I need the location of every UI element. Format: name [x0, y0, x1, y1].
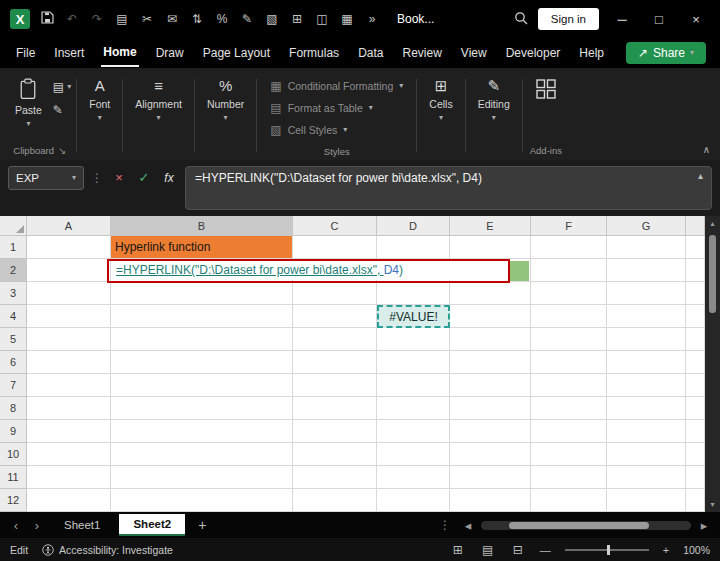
cell[interactable]: [27, 489, 111, 512]
cell[interactable]: [531, 236, 607, 259]
scroll-right-icon[interactable]: ▸: [696, 518, 712, 533]
cells-icon[interactable]: ▦: [339, 12, 355, 26]
minimize-button[interactable]: ─: [608, 12, 636, 27]
collapse-ribbon-button[interactable]: ∧: [703, 144, 710, 155]
cell[interactable]: [111, 443, 293, 466]
cell[interactable]: [607, 259, 686, 282]
cell[interactable]: [27, 351, 111, 374]
cell[interactable]: [293, 282, 377, 305]
cell[interactable]: [607, 443, 686, 466]
scroll-left-icon[interactable]: ◂: [460, 518, 476, 533]
cell[interactable]: [607, 420, 686, 443]
percent-icon[interactable]: %: [214, 12, 230, 26]
tab-view[interactable]: View: [459, 40, 489, 66]
tab-draw[interactable]: Draw: [154, 40, 186, 66]
tab-file[interactable]: File: [14, 40, 37, 66]
cell-b1[interactable]: Hyperlink function: [111, 236, 293, 259]
cell[interactable]: [111, 374, 293, 397]
cell[interactable]: [531, 282, 607, 305]
row-header-1[interactable]: 1: [0, 236, 27, 259]
next-sheet-icon[interactable]: ›: [29, 518, 45, 533]
cell[interactable]: [293, 374, 377, 397]
column-header-b[interactable]: B: [111, 216, 293, 236]
cell[interactable]: [450, 397, 531, 420]
conditional-formatting-button[interactable]: ▦ Conditional Formatting ▾: [264, 75, 409, 97]
add-sheet-button[interactable]: +: [190, 517, 214, 533]
horizontal-scrollbar-track[interactable]: [481, 521, 691, 530]
paste-button[interactable]: Paste ▾: [6, 71, 51, 132]
cell[interactable]: [531, 351, 607, 374]
cell[interactable]: [293, 466, 377, 489]
format-as-table-button[interactable]: ▤ Format as Table ▾: [264, 97, 409, 119]
cell[interactable]: [377, 397, 450, 420]
accessibility-checker[interactable]: Accessibility: Investigate: [42, 544, 173, 556]
redo-icon[interactable]: ↷: [89, 12, 105, 26]
confirm-entry-button[interactable]: ✓: [135, 166, 153, 190]
cell[interactable]: [27, 282, 111, 305]
insert-function-button[interactable]: fx: [160, 166, 178, 190]
qat-overflow-icon[interactable]: »: [364, 12, 380, 26]
cancel-entry-button[interactable]: ×: [110, 166, 128, 190]
cell[interactable]: [531, 489, 607, 512]
columns-icon[interactable]: ◫: [314, 12, 330, 26]
search-icon[interactable]: [513, 11, 529, 28]
tab-developer[interactable]: Developer: [504, 40, 563, 66]
column-header-f[interactable]: F: [531, 216, 607, 236]
cell[interactable]: [377, 443, 450, 466]
cell[interactable]: [111, 420, 293, 443]
cell[interactable]: [607, 489, 686, 512]
copy-button[interactable]: ▤ ▾: [53, 80, 71, 94]
share-button[interactable]: ↗ Share ▾: [626, 42, 706, 64]
cell[interactable]: [531, 374, 607, 397]
cell[interactable]: [111, 397, 293, 420]
tab-review[interactable]: Review: [400, 40, 443, 66]
cell[interactable]: [531, 328, 607, 351]
cell-d4[interactable]: #VALUE!: [377, 305, 450, 328]
cell[interactable]: [27, 236, 111, 259]
editing-menu-button[interactable]: ✎ Editing ▾: [469, 71, 519, 126]
column-header-d[interactable]: D: [377, 216, 450, 236]
column-header-a[interactable]: A: [27, 216, 111, 236]
grid-icon[interactable]: ⊞: [289, 12, 305, 26]
cell[interactable]: [377, 351, 450, 374]
sheet-tab-sheet2[interactable]: Sheet2: [119, 514, 185, 536]
cell[interactable]: [377, 466, 450, 489]
sign-in-button[interactable]: Sign in: [538, 8, 599, 30]
row-header-7[interactable]: 7: [0, 374, 27, 397]
row-header-2[interactable]: 2: [0, 259, 27, 282]
format-painter-button[interactable]: ✎: [53, 103, 71, 117]
cell[interactable]: [111, 489, 293, 512]
cell[interactable]: [293, 443, 377, 466]
tab-insert[interactable]: Insert: [52, 40, 86, 66]
cell[interactable]: [27, 328, 111, 351]
cell[interactable]: [607, 236, 686, 259]
cell[interactable]: [377, 236, 450, 259]
row-header-12[interactable]: 12: [0, 489, 27, 512]
cell[interactable]: [111, 328, 293, 351]
cell[interactable]: [27, 397, 111, 420]
cell[interactable]: [27, 420, 111, 443]
cell[interactable]: [293, 351, 377, 374]
row-header-6[interactable]: 6: [0, 351, 27, 374]
cell[interactable]: [607, 397, 686, 420]
cell[interactable]: [377, 489, 450, 512]
prev-sheet-icon[interactable]: ‹: [8, 518, 24, 533]
sort-icon[interactable]: ⇅: [189, 12, 205, 26]
collapse-formula-bar-icon[interactable]: ▴: [698, 170, 703, 181]
font-menu-button[interactable]: A Font ▾: [80, 71, 119, 126]
tab-formulas[interactable]: Formulas: [287, 40, 341, 66]
cell[interactable]: [111, 282, 293, 305]
cell[interactable]: [293, 236, 377, 259]
close-button[interactable]: ×: [682, 12, 710, 27]
select-all-button[interactable]: [0, 216, 27, 236]
zoom-level[interactable]: 100%: [683, 544, 710, 556]
cell[interactable]: [27, 374, 111, 397]
row-header-9[interactable]: 9: [0, 420, 27, 443]
mail-icon[interactable]: ✉: [164, 12, 180, 26]
shade-icon[interactable]: ▧: [264, 12, 280, 26]
maximize-button[interactable]: □: [645, 12, 673, 27]
number-menu-button[interactable]: % Number ▾: [198, 71, 253, 126]
cell[interactable]: [377, 282, 450, 305]
cell[interactable]: [377, 328, 450, 351]
cells-menu-button[interactable]: ⊞ Cells ▾: [420, 71, 461, 126]
